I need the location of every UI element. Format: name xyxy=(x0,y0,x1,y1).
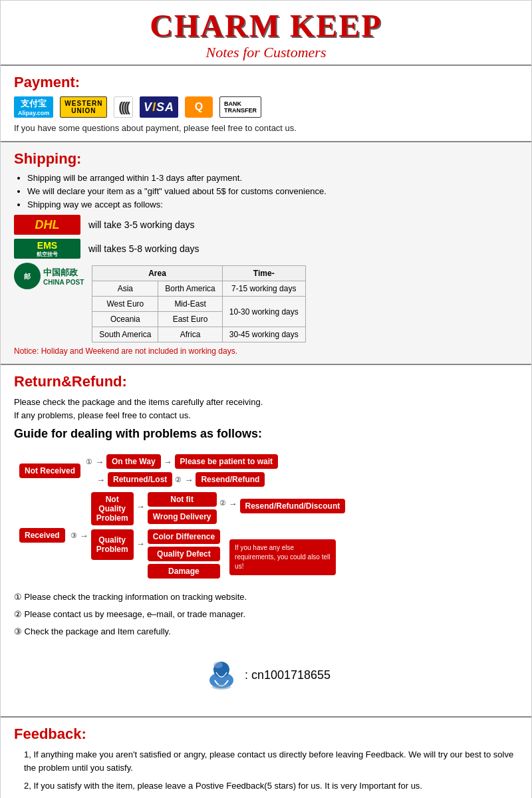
payment-logos: 支付宝 Alipay.com WESTERN UNION (((( VISA Q xyxy=(14,96,518,118)
shipping-title: Shipping: xyxy=(14,150,518,168)
ems-logo: EMS 航空挂号 xyxy=(14,239,80,259)
damage-box: Damage xyxy=(148,564,220,579)
table-row: South America Africa 30-45 working days xyxy=(92,327,305,342)
color-diff-box: Color Difference xyxy=(148,529,220,544)
feedback-title: Feedback: xyxy=(14,726,518,743)
table-row: West Euro Mid-East 10-30 working days xyxy=(92,297,305,312)
ems-days: will takes 5-8 working days xyxy=(88,243,200,254)
dhl-days: will take 3-5 working days xyxy=(88,219,195,230)
row2-col2: Mid-East xyxy=(158,297,222,312)
payment-note: If you have some questions about payment… xyxy=(14,123,518,133)
refund-desc: Please check the package and the items c… xyxy=(14,396,518,422)
feedback-section: Feedback: 1, If anything make you aren't… xyxy=(1,718,531,798)
be-patient-box: Please be patient to wait xyxy=(175,454,278,469)
row1-col2: Borth America xyxy=(158,281,222,297)
table-row: Asia Borth America 7-15 working days xyxy=(92,281,305,297)
row1-col3: 7-15 working days xyxy=(222,281,305,297)
quality-problem-box: QualityProblem xyxy=(91,529,134,560)
wrong-delivery-box: Wrong Delivery xyxy=(148,509,217,524)
refund-title: Return&Refund: xyxy=(14,373,518,390)
row3-col2: East Euro xyxy=(158,312,222,327)
row2-col3: 10-30 working days xyxy=(222,297,305,327)
svg-point-5 xyxy=(212,684,231,690)
table-header-time: Time- xyxy=(222,266,305,281)
guide-title: Guide for dealing with problems as follo… xyxy=(14,427,518,441)
feedback-list: 1, If anything make you aren't satisfied… xyxy=(24,748,518,793)
circle-2b: ② xyxy=(219,499,226,507)
skype-colon: : xyxy=(245,668,248,682)
not-fit-box: Not fit xyxy=(148,492,217,507)
feedback-item-2: 2, If you satisfy with the item, please … xyxy=(24,779,518,793)
resend-discount-box: Resend/Refund/Discount xyxy=(240,499,346,513)
shipping-section: Shipping: Shipping will be arranged with… xyxy=(1,142,531,365)
refund-line1: Please check the package and the items c… xyxy=(14,397,263,407)
refund-section: Return&Refund: Please check the package … xyxy=(1,365,531,718)
bullet-3: Shipping way we accept as follows: xyxy=(27,200,518,209)
resend-refund-box: Resend/Refund xyxy=(196,472,265,487)
header-subtitle: Notes for Customers xyxy=(1,44,531,61)
page-wrapper: CHARM KEEP Notes for Customers Payment: … xyxy=(0,0,532,798)
not-received-box: Not Received xyxy=(19,464,80,478)
shipping-notice: Notice: Holiday and Weekend are not incl… xyxy=(14,346,518,356)
bank-transfer-logo: BANKTRANSFER xyxy=(219,96,261,118)
row4-col1: South America xyxy=(92,327,158,342)
svg-point-4 xyxy=(213,662,223,668)
payment-title: Payment: xyxy=(14,74,518,91)
brand-title: CHARM KEEP xyxy=(1,7,531,44)
bullet-2: We will declare your item as a "gift" va… xyxy=(27,186,518,196)
feedback-item-1: 1, If anything make you aren't satisfied… xyxy=(24,748,518,774)
ems-method: EMS 航空挂号 will takes 5-8 working days xyxy=(14,239,518,259)
svg-text:邮: 邮 xyxy=(24,273,31,280)
quality-defect-box: Quality Defect xyxy=(148,547,220,561)
refund-line2: If any problems, please feel free to con… xyxy=(14,410,191,420)
row4-col3: 30-45 working days xyxy=(222,327,305,342)
refund-notes: ① Please check the tracking information … xyxy=(14,591,518,638)
chinapost-section: 邮 中国邮政 CHINA POST Area Time- Asi xyxy=(14,263,518,342)
header: CHARM KEEP Notes for Customers xyxy=(1,1,531,66)
circle-3: ③ xyxy=(70,531,77,540)
row1-col1: Asia xyxy=(92,281,158,297)
qiwi-logo: Q xyxy=(185,96,213,118)
circle-2a: ② xyxy=(175,475,182,484)
chinapost-logo: 邮 中国邮政 CHINA POST xyxy=(14,263,84,289)
skype-icon xyxy=(201,655,241,695)
dhl-logo: DHL xyxy=(14,215,80,235)
row3-col1: Oceania xyxy=(92,312,158,327)
shipping-bullets: Shipping will be arranged within 1-3 day… xyxy=(27,173,518,209)
flowchart: Not Received ① → On the Way → Please be … xyxy=(14,449,518,584)
moneybookers-logo: (((( xyxy=(114,96,133,118)
circle-1: ① xyxy=(86,458,92,466)
shipping-table: Area Time- Asia Borth America 7-15 worki… xyxy=(92,265,305,342)
visa-logo: VISA xyxy=(140,96,178,118)
dhl-method: DHL will take 3-5 working days xyxy=(14,215,518,235)
payment-section: Payment: 支付宝 Alipay.com WESTERN UNION ((… xyxy=(1,66,531,142)
on-the-way-box: On the Way xyxy=(106,454,161,469)
note-1: ① Please check the tracking information … xyxy=(14,591,518,604)
western-union-logo: WESTERN UNION xyxy=(60,96,107,118)
table-header-area: Area xyxy=(92,266,222,281)
bullet-1: Shipping will be arranged within 1-3 day… xyxy=(27,173,518,183)
received-box: Received xyxy=(19,528,65,543)
note-3: ③ Check the package and Item carefully. xyxy=(14,625,518,639)
alipay-logo: 支付宝 Alipay.com xyxy=(14,96,53,118)
cp-text: 中国邮政 CHINA POST xyxy=(43,267,84,286)
row4-col2: Africa xyxy=(158,327,222,342)
cp-icon: 邮 xyxy=(14,263,41,289)
not-quality-box: NotQualityProblem xyxy=(91,492,134,525)
row2-col1: West Euro xyxy=(92,297,158,312)
extra-note-box: If you have any else requirements, you c… xyxy=(229,539,336,575)
skype-section: : cn1001718655 xyxy=(14,642,518,708)
returned-lost-box: Returned/Lost xyxy=(108,472,172,487)
skype-id: cn1001718655 xyxy=(251,668,331,682)
note-2: ② Please contact us by meesage, e–mail, … xyxy=(14,608,518,622)
